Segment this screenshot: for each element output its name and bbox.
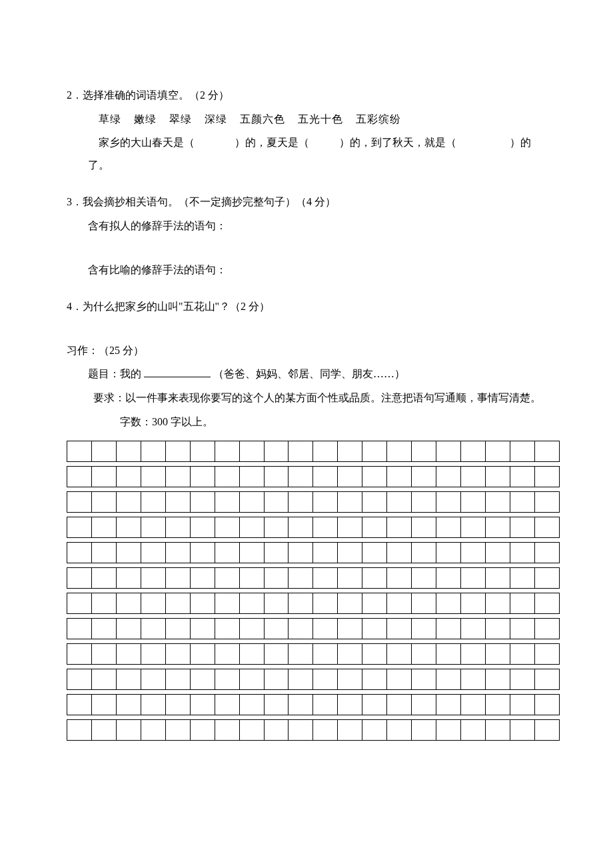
grid-cell[interactable] — [362, 492, 387, 513]
grid-cell[interactable] — [239, 644, 264, 665]
grid-cell[interactable] — [436, 543, 461, 563]
grid-cell[interactable] — [436, 593, 461, 614]
grid-cell[interactable] — [67, 517, 92, 538]
grid-cell[interactable] — [461, 467, 486, 487]
grid-cell[interactable] — [362, 568, 387, 589]
grid-cell[interactable] — [91, 720, 116, 741]
grid-cell[interactable] — [485, 517, 510, 538]
grid-cell[interactable] — [461, 568, 486, 589]
grid-cell[interactable] — [461, 720, 486, 741]
grid-row-table[interactable] — [67, 441, 560, 462]
grid-cell[interactable] — [412, 467, 436, 487]
grid-cell[interactable] — [141, 543, 165, 563]
grid-cell[interactable] — [91, 543, 116, 563]
grid-cell[interactable] — [239, 467, 264, 487]
grid-cell[interactable] — [190, 543, 215, 563]
grid-row-table[interactable] — [67, 466, 560, 487]
grid-cell[interactable] — [165, 593, 190, 614]
grid-cell[interactable] — [289, 644, 313, 665]
grid-cell[interactable] — [67, 669, 92, 690]
grid-cell[interactable] — [141, 619, 165, 639]
grid-cell[interactable] — [215, 695, 239, 715]
grid-cell[interactable] — [215, 543, 239, 563]
grid-row-table[interactable] — [67, 542, 560, 563]
grid-cell[interactable] — [338, 669, 362, 690]
writing-grid[interactable] — [67, 441, 546, 741]
grid-cell[interactable] — [510, 517, 534, 538]
grid-cell[interactable] — [313, 619, 338, 639]
grid-cell[interactable] — [165, 568, 190, 589]
grid-cell[interactable] — [510, 492, 534, 513]
grid-cell[interactable] — [313, 441, 338, 462]
grid-cell[interactable] — [436, 441, 461, 462]
grid-cell[interactable] — [362, 619, 387, 639]
grid-cell[interactable] — [313, 669, 338, 690]
grid-cell[interactable] — [141, 492, 165, 513]
grid-cell[interactable] — [165, 695, 190, 715]
grid-cell[interactable] — [362, 467, 387, 487]
grid-cell[interactable] — [313, 568, 338, 589]
grid-cell[interactable] — [264, 568, 289, 589]
grid-cell[interactable] — [461, 441, 486, 462]
grid-cell[interactable] — [141, 517, 165, 538]
grid-cell[interactable] — [387, 593, 412, 614]
grid-cell[interactable] — [289, 543, 313, 563]
grid-cell[interactable] — [215, 568, 239, 589]
grid-cell[interactable] — [67, 492, 92, 513]
grid-cell[interactable] — [215, 467, 239, 487]
grid-cell[interactable] — [264, 543, 289, 563]
grid-cell[interactable] — [91, 695, 116, 715]
grid-cell[interactable] — [239, 720, 264, 741]
grid-cell[interactable] — [534, 492, 559, 513]
grid-cell[interactable] — [387, 441, 412, 462]
grid-cell[interactable] — [190, 644, 215, 665]
grid-cell[interactable] — [116, 467, 141, 487]
grid-cell[interactable] — [436, 492, 461, 513]
grid-cell[interactable] — [436, 467, 461, 487]
grid-cell[interactable] — [461, 644, 486, 665]
grid-cell[interactable] — [190, 593, 215, 614]
grid-cell[interactable] — [116, 619, 141, 639]
grid-cell[interactable] — [165, 720, 190, 741]
grid-cell[interactable] — [190, 619, 215, 639]
grid-cell[interactable] — [91, 669, 116, 690]
grid-cell[interactable] — [116, 720, 141, 741]
grid-cell[interactable] — [510, 644, 534, 665]
grid-cell[interactable] — [264, 467, 289, 487]
grid-cell[interactable] — [91, 441, 116, 462]
grid-cell[interactable] — [116, 593, 141, 614]
grid-cell[interactable] — [91, 644, 116, 665]
grid-cell[interactable] — [534, 644, 559, 665]
grid-cell[interactable] — [67, 720, 92, 741]
grid-cell[interactable] — [165, 644, 190, 665]
grid-cell[interactable] — [165, 669, 190, 690]
grid-cell[interactable] — [387, 568, 412, 589]
answer-space[interactable] — [67, 235, 546, 255]
grid-cell[interactable] — [510, 568, 534, 589]
grid-cell[interactable] — [534, 543, 559, 563]
grid-cell[interactable] — [461, 517, 486, 538]
grid-cell[interactable] — [313, 492, 338, 513]
grid-row-table[interactable] — [67, 694, 560, 715]
grid-cell[interactable] — [436, 669, 461, 690]
grid-cell[interactable] — [485, 695, 510, 715]
grid-cell[interactable] — [362, 593, 387, 614]
grid-cell[interactable] — [289, 669, 313, 690]
grid-cell[interactable] — [461, 619, 486, 639]
grid-cell[interactable] — [116, 441, 141, 462]
grid-cell[interactable] — [190, 467, 215, 487]
grid-cell[interactable] — [362, 517, 387, 538]
grid-cell[interactable] — [485, 492, 510, 513]
grid-cell[interactable] — [67, 695, 92, 715]
grid-cell[interactable] — [534, 467, 559, 487]
grid-cell[interactable] — [264, 720, 289, 741]
grid-cell[interactable] — [215, 619, 239, 639]
grid-cell[interactable] — [264, 441, 289, 462]
grid-cell[interactable] — [190, 669, 215, 690]
grid-cell[interactable] — [264, 593, 289, 614]
grid-row-table[interactable] — [67, 669, 560, 690]
grid-cell[interactable] — [412, 720, 436, 741]
grid-cell[interactable] — [116, 543, 141, 563]
grid-cell[interactable] — [412, 593, 436, 614]
grid-cell[interactable] — [239, 492, 264, 513]
